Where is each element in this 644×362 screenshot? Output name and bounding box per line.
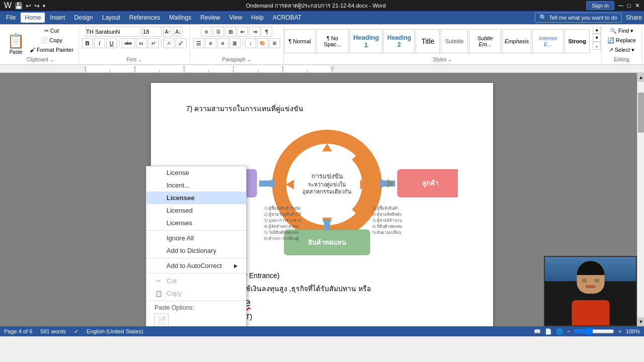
ctx-ignore-all[interactable]: Ignore All [146,232,246,244]
shading-button[interactable]: 🎨 [257,38,268,48]
show-formatting[interactable]: ¶ [261,27,272,37]
menu-insert[interactable]: Insert [46,13,69,23]
menu-layout[interactable]: Layout [98,13,124,23]
paste-keep-formatting[interactable]: 📄 [154,313,169,326]
superscript-button[interactable]: x² [148,38,159,48]
menu-mailings[interactable]: Mailings [165,13,195,23]
styles-label: Styles ⌄ [284,57,601,62]
ctx-licenses[interactable]: Licenses [146,217,246,229]
subscript-button[interactable]: x₂ [136,38,147,48]
indent-decrease[interactable]: ⇤ [237,27,248,37]
ctx-cut[interactable]: ✂Cut [146,275,246,287]
scroll-down-button[interactable]: ▼ [637,317,644,326]
highlight-button[interactable]: 🖊 [176,38,187,48]
font-color-button[interactable]: A [164,38,175,48]
style-no-spacing[interactable]: ¶ No Spac... [316,29,349,53]
font-size-increase[interactable]: A↑ [163,27,172,37]
align-right[interactable]: ≡ [217,38,228,48]
restore-button[interactable]: □ [627,2,631,9]
style-subtitle[interactable]: Subtitle [441,29,468,53]
ctx-licensed[interactable]: Licensed [146,204,246,217]
svg-text:5) ไม่มีสินค้าทดแทน: 5) ไม่มีสินค้าทดแทน [264,230,299,235]
menu-view[interactable]: View [225,13,247,23]
sign-in-button[interactable]: Sign in [586,1,614,10]
svg-text:2) ผู้ขายวัสดุสิ้นค้าให้: 2) ผู้ขายวัสดุสิ้นค้าให้ [264,211,301,217]
style-normal[interactable]: ¶ Normal [284,29,315,53]
style-title[interactable]: Title [416,29,440,53]
multilevel-list-button[interactable]: ⊞ [225,27,236,37]
ctx-sep1 [146,230,246,231]
font-size-selector[interactable] [142,27,162,37]
paste-options-icons: 📄 [146,312,246,326]
menu-help[interactable]: Help [247,13,268,23]
bullet-list-button[interactable]: ≡ [201,27,212,37]
select-button[interactable]: ↗ Select ▾ [607,46,637,54]
paste-button[interactable]: 📋 Paste [5,30,27,57]
ctx-licensee[interactable]: Licensee [146,192,246,204]
style-heading2[interactable]: Heading 2 [383,29,415,53]
styles-more[interactable]: ⌄ [593,42,601,50]
view-read-mode[interactable]: 📖 [534,328,541,335]
svg-text:3) ผู้ขายมีจำนวน: 3) ผู้ขายมีจำนวน [372,218,403,223]
justify[interactable]: ≣ [229,38,240,48]
editing-group: 🔍 Find ▾ 🔄 Replace ↗ Select ▾ Editing [602,26,642,63]
borders-button[interactable]: ⊞ [269,38,280,48]
format-painter-button[interactable]: 🖌 Format Painter [28,46,75,54]
paste-options-label: Paste Options: [146,302,246,312]
ctx-add-dictionary[interactable]: Add to Dictionary [146,244,246,257]
ctx-sep3 [146,273,246,274]
style-intense-emphasis[interactable]: Intense E... [532,29,564,53]
find-button[interactable]: 🔍 Find ▾ [608,27,636,35]
view-print-layout[interactable]: 📄 [545,328,552,335]
close-button[interactable]: ✕ [635,2,640,9]
quick-undo[interactable]: ↩ [26,2,31,10]
menu-home[interactable]: Home [21,13,45,23]
scroll-up-button[interactable]: ▲ [637,73,644,82]
svg-text:1) ผู้ซื้อสั่งสินค้าในปัด: 1) ผู้ซื้อสั่งสินค้าในปัด [264,205,300,211]
italic-button[interactable]: I [94,38,105,48]
strikethrough-button[interactable]: abc [122,38,135,48]
search-bar[interactable]: 🔍 Tell me what you want to do [535,13,622,23]
styles-scroll-up[interactable]: ▲ [593,27,601,34]
share-button[interactable]: Share [626,14,642,21]
cut-button[interactable]: ✂ Cut [28,27,75,35]
zoom-slider[interactable] [574,329,614,333]
vertical-scrollbar[interactable]: ▲ ▼ [637,73,644,326]
style-subtle-emphasis[interactable]: Subtle Em... [469,29,501,53]
ctx-autocorrect[interactable]: Add to AutoCorrect▶ [146,259,246,272]
menu-design[interactable]: Design [70,13,97,23]
view-web-layout[interactable]: 🌐 [556,328,563,335]
ctx-incent[interactable]: Incent... [146,179,246,192]
styles-scroll-down[interactable]: ▼ [593,34,601,42]
minimize-button[interactable]: ─ [618,2,623,10]
svg-text:3: 3 [134,66,136,69]
numbered-list-button[interactable]: ① [213,27,224,37]
style-heading1[interactable]: Heading 1 [350,29,383,53]
ctx-copy[interactable]: 📋Copy [146,287,246,300]
menu-references[interactable]: References [125,13,164,23]
align-center[interactable]: ≡ [205,38,216,48]
font-size-decrease[interactable]: A↓ [174,27,183,37]
indent-increase[interactable]: ⇥ [249,27,260,37]
ctx-license[interactable]: License [146,166,246,179]
menu-file[interactable]: File [2,13,20,23]
line-spacing[interactable]: ↕ [245,38,256,48]
font-name-selector[interactable] [86,27,141,37]
bold-button[interactable]: B [82,38,93,48]
ctx-copy-icon: 📋 [154,290,163,297]
zoom-out[interactable]: − [567,328,570,334]
font-label: Font ⌄ [79,57,190,62]
quick-save[interactable]: 💾 [15,2,23,10]
menu-review[interactable]: Review [196,13,224,23]
replace-button[interactable]: 🔄 Replace [605,36,638,45]
svg-rect-39 [324,220,330,230]
align-left[interactable]: ☰ [193,38,204,48]
style-emphasis[interactable]: Emphasis [502,29,531,53]
underline-button[interactable]: U [106,38,117,48]
copy-button[interactable]: 📄 Copy [28,36,75,45]
scroll-thumb[interactable] [638,93,644,133]
quick-redo[interactable]: ↪ [34,2,40,10]
style-strong[interactable]: Strong [565,29,590,53]
menu-acrobat[interactable]: ACROBAT [269,13,305,23]
zoom-in[interactable]: + [618,328,621,334]
